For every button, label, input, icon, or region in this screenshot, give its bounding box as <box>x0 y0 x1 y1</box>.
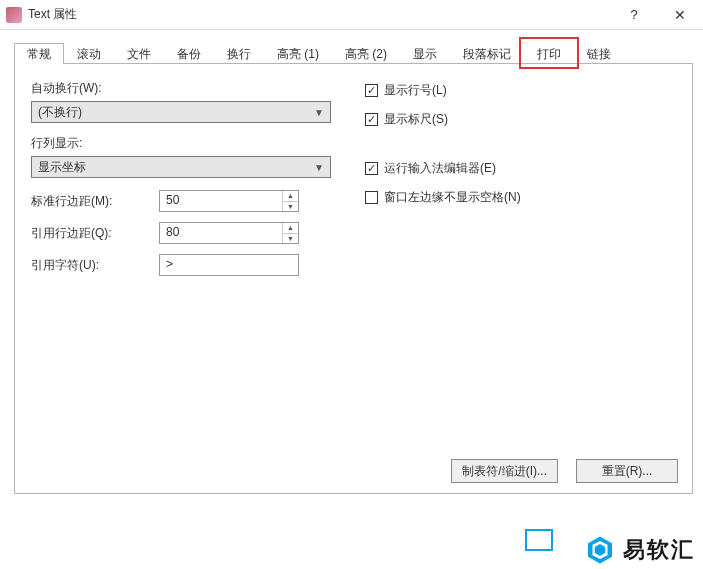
close-button[interactable]: ✕ <box>657 0 703 30</box>
app-icon <box>6 7 22 23</box>
quote-char-label: 引用字符(U): <box>31 257 141 274</box>
tab-2[interactable]: 文件 <box>114 42 164 63</box>
tab-panel: 自动换行(W): (不换行) ▼ 行列显示: 显示坐标 ▼ 标准行边距(M): … <box>14 64 693 494</box>
chevron-down-icon: ▼ <box>314 162 324 173</box>
auto-wrap-label: 自动换行(W): <box>31 80 331 97</box>
spin-down-icon[interactable]: ▼ <box>283 202 298 212</box>
spin-up-icon[interactable]: ▲ <box>283 191 298 202</box>
tab-9[interactable]: 打印 <box>524 42 574 63</box>
checkbox-icon: ✓ <box>365 113 378 126</box>
show-ruler-label: 显示标尺(S) <box>384 111 448 128</box>
quote-margin-input[interactable]: 80 ▲▼ <box>159 222 299 244</box>
decorative-square <box>525 529 553 551</box>
std-margin-value: 50 <box>160 191 282 211</box>
tab-1[interactable]: 滚动 <box>64 42 114 63</box>
std-margin-label: 标准行边距(M): <box>31 193 141 210</box>
no-left-space-label: 窗口左边缘不显示空格(N) <box>384 189 521 206</box>
watermark-text: 易软汇 <box>623 535 695 565</box>
run-ime-checkbox[interactable]: ✓ 运行输入法编辑器(E) <box>365 160 676 177</box>
logo-icon <box>585 535 615 565</box>
quote-char-input[interactable]: > <box>159 254 299 276</box>
rowcol-value: 显示坐标 <box>38 159 86 176</box>
spin-down-icon[interactable]: ▼ <box>283 234 298 244</box>
titlebar: Text 属性 ? ✕ <box>0 0 703 30</box>
tab-3[interactable]: 备份 <box>164 42 214 63</box>
rowcol-select[interactable]: 显示坐标 ▼ <box>31 156 331 178</box>
watermark: 易软汇 <box>585 535 695 565</box>
tab-5[interactable]: 高亮 (1) <box>264 42 332 63</box>
reset-button[interactable]: 重置(R)... <box>576 459 678 483</box>
tab-7[interactable]: 显示 <box>400 42 450 63</box>
run-ime-label: 运行输入法编辑器(E) <box>384 160 496 177</box>
tab-10[interactable]: 链接 <box>574 42 624 63</box>
chevron-down-icon: ▼ <box>314 107 324 118</box>
show-ruler-checkbox[interactable]: ✓ 显示标尺(S) <box>365 111 676 128</box>
show-line-no-checkbox[interactable]: ✓ 显示行号(L) <box>365 82 676 99</box>
auto-wrap-value: (不换行) <box>38 104 82 121</box>
quote-margin-label: 引用行边距(Q): <box>31 225 141 242</box>
tab-6[interactable]: 高亮 (2) <box>332 42 400 63</box>
tab-strip: 常规滚动文件备份换行高亮 (1)高亮 (2)显示段落标记打印链接 <box>14 42 693 64</box>
tab-0[interactable]: 常规 <box>14 43 64 64</box>
tabs-indent-button[interactable]: 制表符/缩进(I)... <box>451 459 558 483</box>
auto-wrap-select[interactable]: (不换行) ▼ <box>31 101 331 123</box>
help-button[interactable]: ? <box>611 0 657 30</box>
quote-margin-value: 80 <box>160 223 282 243</box>
checkbox-icon: ✓ <box>365 162 378 175</box>
window-title: Text 属性 <box>28 6 611 23</box>
spin-up-icon[interactable]: ▲ <box>283 223 298 234</box>
checkbox-icon: ✓ <box>365 84 378 97</box>
std-margin-input[interactable]: 50 ▲▼ <box>159 190 299 212</box>
tab-8[interactable]: 段落标记 <box>450 42 524 63</box>
no-left-space-checkbox[interactable]: 窗口左边缘不显示空格(N) <box>365 189 676 206</box>
show-line-no-label: 显示行号(L) <box>384 82 447 99</box>
tab-4[interactable]: 换行 <box>214 42 264 63</box>
rowcol-label: 行列显示: <box>31 135 331 152</box>
checkbox-icon <box>365 191 378 204</box>
